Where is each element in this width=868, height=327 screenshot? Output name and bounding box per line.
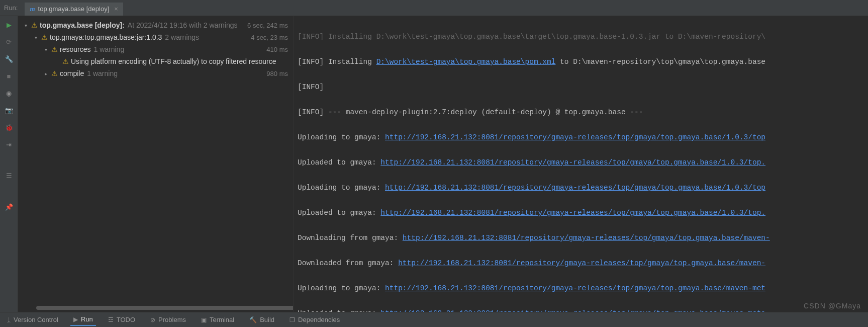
- view-icon[interactable]: ◉: [5, 89, 14, 98]
- tree-row[interactable]: ▾ ⚠ top.gmaya:top.gmaya.base:jar:1.0.3 2…: [18, 31, 293, 43]
- tool-window-header: Run: m top.gmaya.base [deploy] ×: [0, 0, 868, 16]
- tool-build[interactable]: 🔨Build: [246, 314, 277, 325]
- console-line: Uploaded to gmaya: http://192.168.21.132…: [298, 207, 864, 219]
- tree-node-detail: At 2022/4/12 19:16 with 2 warnings: [128, 21, 238, 29]
- tree-node-label: top.gmaya.base [deploy]:: [40, 21, 125, 29]
- branch-icon: ᛣ: [7, 316, 11, 323]
- tree-node-time: 4 sec, 23 ms: [251, 34, 288, 41]
- close-icon[interactable]: ×: [114, 5, 118, 13]
- console-line: Downloaded from gmaya: http://192.168.21…: [298, 257, 864, 270]
- stop-icon[interactable]: ⟳: [5, 37, 14, 46]
- todo-icon: ☲: [108, 316, 114, 323]
- warning-icon: ⚠: [62, 57, 69, 65]
- problems-icon: ⊘: [150, 316, 155, 323]
- tree-row[interactable]: ▾ ⚠ resources 1 warning 410 ms: [18, 43, 293, 55]
- tool-todo[interactable]: ☲TODO: [105, 314, 138, 325]
- console-line: Uploading to gmaya: http://192.168.21.13…: [298, 182, 864, 194]
- tool-problems[interactable]: ⊘Problems: [147, 314, 189, 325]
- run-label: Run:: [4, 4, 18, 12]
- rerun-icon[interactable]: ▶: [5, 20, 14, 29]
- url-link[interactable]: http://192.168.21.132:8081/repository/gm…: [398, 259, 765, 267]
- tree-node-label: resources: [60, 45, 90, 53]
- console-line: Uploading to gmaya: http://192.168.21.13…: [298, 131, 864, 144]
- stop-square-icon[interactable]: ■: [5, 71, 14, 80]
- tree-node-detail: 2 warnings: [165, 33, 199, 41]
- tree-row-message[interactable]: ⚠ Using platform encoding (UTF-8 actuall…: [18, 55, 293, 67]
- maven-icon: m: [30, 5, 35, 13]
- tool-dependencies[interactable]: ❒Dependencies: [286, 314, 343, 325]
- terminal-icon: ▣: [201, 316, 207, 323]
- hammer-icon: 🔨: [249, 316, 257, 323]
- console-line: Downloading from gmaya: http://192.168.2…: [298, 232, 864, 244]
- status-bar-tools: ᛣVersion Control ▶Run ☲TODO ⊘Problems ▣T…: [0, 312, 868, 327]
- url-link[interactable]: http://192.168.21.132:8081/repository/gm…: [385, 184, 765, 192]
- warning-icon: ⚠: [41, 33, 48, 41]
- console-line: Uploaded to gmaya: http://192.168.21.132…: [298, 156, 864, 169]
- url-link[interactable]: http://192.168.21.132:8081/repository/gm…: [385, 284, 765, 292]
- tree-node-time: 410 ms: [266, 46, 288, 53]
- console-line: [INFO] --- maven-deploy-plugin:2.7:deplo…: [298, 106, 864, 119]
- url-link[interactable]: http://192.168.21.132:8081/repository/gm…: [385, 133, 765, 141]
- chevron-down-icon[interactable]: ▾: [22, 23, 29, 28]
- camera-icon[interactable]: 📷: [5, 106, 14, 115]
- warning-icon: ⚠: [51, 45, 58, 53]
- tree-node-label: compile: [60, 69, 84, 77]
- bug-icon[interactable]: 🐞: [5, 123, 14, 132]
- console-line: [INFO] Installing D:\work\test-gmaya\top…: [298, 31, 864, 43]
- tree-row-root[interactable]: ▾ ⚠ top.gmaya.base [deploy]: At 2022/4/1…: [18, 19, 293, 31]
- chevron-down-icon[interactable]: ▾: [42, 47, 49, 52]
- console-line: Uploading to gmaya: http://192.168.21.13…: [298, 282, 864, 295]
- watermark: CSDN @GMaya: [804, 302, 861, 310]
- tool-run[interactable]: ▶Run: [70, 313, 96, 326]
- run-config-tab[interactable]: m top.gmaya.base [deploy] ×: [25, 3, 123, 16]
- url-link[interactable]: http://192.168.21.132:8081/repository/gm…: [380, 158, 765, 167]
- url-link[interactable]: http://192.168.21.132:8081/repository/gm…: [403, 234, 770, 242]
- tool-terminal[interactable]: ▣Terminal: [198, 314, 237, 325]
- play-icon: ▶: [73, 316, 78, 323]
- layout-icon[interactable]: ☰: [5, 171, 14, 180]
- tree-node-time: 6 sec, 242 ms: [247, 22, 288, 29]
- scrollbar-horizontal[interactable]: [36, 306, 293, 310]
- pin-icon[interactable]: 📌: [5, 202, 14, 211]
- chevron-down-icon[interactable]: ▾: [32, 35, 39, 40]
- url-link[interactable]: http://192.168.21.132:8081/repository/gm…: [380, 209, 765, 217]
- console-line: [INFO]: [298, 81, 864, 94]
- warning-icon: ⚠: [51, 69, 58, 77]
- chevron-right-icon[interactable]: ▸: [42, 71, 49, 76]
- tool-version-control[interactable]: ᛣVersion Control: [4, 314, 61, 325]
- console-line: [INFO] Installing D:\work\test-gmaya\top…: [298, 56, 864, 68]
- tree-node-label: Using platform encoding (UTF-8 actually)…: [71, 57, 276, 65]
- build-tree: ▾ ⚠ top.gmaya.base [deploy]: At 2022/4/1…: [18, 16, 293, 312]
- run-toolbar: ▶ ⟳ 🔧 ■ ◉ 📷 🐞 ⇥ ☰ 📌: [0, 16, 18, 312]
- tree-row[interactable]: ▸ ⚠ compile 1 warning 980 ms: [18, 67, 293, 79]
- tree-node-time: 980 ms: [266, 70, 288, 77]
- file-link[interactable]: D:\work\test-gmaya\top.gmaya.base\pom.xm…: [376, 58, 556, 66]
- console-line: Uploaded to gmaya: http://192.168.21.132…: [298, 307, 864, 312]
- wrench-icon[interactable]: 🔧: [5, 54, 14, 63]
- deps-icon: ❒: [290, 316, 295, 323]
- exit-icon[interactable]: ⇥: [5, 140, 14, 149]
- tab-title: top.gmaya.base [deploy]: [38, 5, 110, 13]
- tree-node-detail: 1 warning: [87, 69, 118, 77]
- warning-icon: ⚠: [31, 21, 38, 29]
- tree-node-label: top.gmaya:top.gmaya.base:jar:1.0.3: [50, 33, 162, 41]
- console-output[interactable]: [INFO] Installing D:\work\test-gmaya\top…: [293, 16, 868, 312]
- tree-node-detail: 1 warning: [93, 45, 124, 53]
